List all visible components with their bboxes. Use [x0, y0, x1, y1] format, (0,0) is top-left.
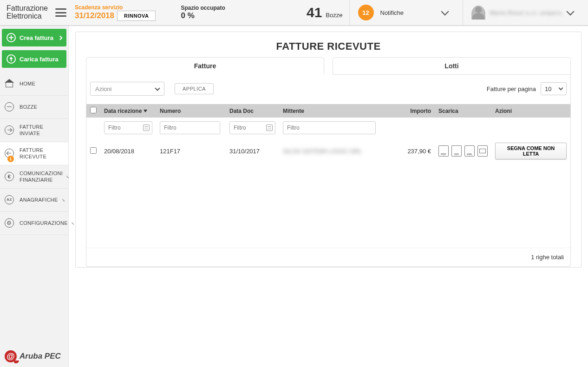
space-used: Spazio occupato 0 % [181, 5, 225, 21]
create-invoice-button[interactable]: Crea fattura [2, 29, 66, 46]
user-menu[interactable]: Mario Rossi s.r.l. unipers. [463, 0, 582, 25]
nav-label: ANAGRAFICHE [20, 197, 58, 203]
notification-badge: 12 [358, 5, 374, 20]
page-title: FATTURE RICEVUTE [76, 32, 581, 57]
logo-line2: Elettronica [7, 13, 48, 20]
brand-footer: @ Aruba PEC [0, 346, 68, 367]
filter-numero[interactable] [160, 121, 220, 134]
download-pdf-icon[interactable] [438, 145, 449, 157]
per-page-label: Fatture per pagina [487, 85, 536, 92]
nav-comunicazioni[interactable]: COMUNICAZIONI FINANZIARIE [0, 165, 68, 189]
logo-line1: Fatturazione [7, 5, 48, 13]
user-name: Mario Rossi s.r.l. unipers. [490, 9, 563, 16]
chevron-down-icon [567, 8, 575, 16]
cell-data-doc: 31/10/2017 [226, 138, 279, 164]
download-icons [438, 145, 488, 157]
mark-unread-button[interactable]: SEGNA COME NON LETTA [495, 143, 567, 159]
tabs: Fatture Lotti [76, 57, 581, 75]
table-row: 20/08/2018 121F17 31/10/2017 SILOS SISTE… [86, 138, 570, 164]
chevron-down-icon [441, 8, 449, 16]
apply-button[interactable]: APPLICA [175, 83, 214, 94]
nav-fatture-ricevute[interactable]: FATTURE RICEVUTE 1 [0, 142, 68, 165]
contacts-icon [5, 195, 14, 204]
main-content: FATTURE RICEVUTE Fatture Lotti Azioni AP… [69, 26, 588, 367]
col-numero[interactable]: Numero [156, 104, 226, 118]
nav-label: BOZZE [20, 104, 37, 110]
menu-toggle-icon[interactable] [55, 8, 66, 17]
actions-placeholder: Azioni [95, 85, 111, 92]
space-used-value: 0 % [181, 11, 225, 20]
total-rows-label: 1 righe totali [86, 248, 570, 266]
col-mittente[interactable]: Mittente [279, 104, 384, 118]
sidebar: Crea fattura Carica fattura HOME BOZZE F… [0, 26, 69, 367]
download-xml-icon[interactable] [464, 145, 475, 157]
service-expiry-label: Scadenza servizio [75, 4, 156, 11]
sent-icon [5, 125, 14, 135]
space-used-label: Spazio occupato [181, 5, 225, 11]
app-logo: Fatturazione Elettronica [7, 5, 48, 20]
invoices-table: Data ricezione Numero Data Doc Mittente … [86, 104, 570, 266]
col-scarica: Scarica [435, 104, 491, 118]
drafts-counter[interactable]: 41 Bozze [307, 5, 343, 20]
gear-icon [5, 218, 14, 228]
nav-label: COMUNICAZIONI FINANZIARIE [20, 170, 63, 183]
per-page-select[interactable]: 10 [541, 82, 567, 95]
panel: FATTURE RICEVUTE Fatture Lotti Azioni AP… [75, 32, 581, 268]
aruba-logo-icon: @ [5, 350, 17, 362]
cell-mittente: SILOS SISTEMI LOGICI SRL [283, 148, 362, 155]
create-invoice-label: Crea fattura [20, 34, 53, 41]
row-checkbox[interactable] [90, 147, 97, 154]
renew-button[interactable]: RINNOVA [117, 11, 156, 21]
chevron-down-icon [155, 85, 160, 91]
calendar-icon[interactable] [266, 125, 273, 131]
service-expiry-date: 31/12/2018 [75, 11, 114, 20]
cell-numero: 121F17 [156, 138, 226, 164]
tab-lotti[interactable]: Lotti [333, 57, 571, 75]
nav-label: FATTURE RICEVUTE [20, 147, 64, 159]
download-envelope-icon[interactable] [477, 145, 488, 157]
euro-icon [5, 172, 14, 181]
drafts-icon [5, 102, 14, 111]
upload-invoice-button[interactable]: Carica fattura [2, 50, 66, 68]
filter-mittente[interactable] [283, 121, 376, 134]
upload-circle-icon [7, 54, 16, 64]
header: Fatturazione Elettronica Scadenza serviz… [0, 0, 588, 26]
nav-configurazione[interactable]: CONFIGURAZIONE [0, 212, 68, 235]
per-page-value: 10 [545, 85, 551, 92]
chevron-right-icon [58, 35, 63, 40]
nav-label: CONFIGURAZIONE [20, 220, 68, 226]
nav-bozze[interactable]: BOZZE [0, 96, 68, 119]
per-page-control: Fatture per pagina 10 [487, 82, 567, 95]
avatar-icon [471, 6, 485, 20]
download-sdi-icon[interactable] [451, 145, 462, 157]
tab-fatture[interactable]: Fatture [86, 57, 324, 75]
calendar-icon[interactable] [143, 125, 150, 131]
notifications-dropdown[interactable]: 12 Notifiche [349, 0, 456, 25]
col-importo[interactable]: Importo [384, 104, 435, 118]
toolbar: Azioni APPLICA Fatture per pagina 10 [86, 82, 570, 104]
actions-select[interactable]: Azioni [90, 82, 164, 96]
sort-desc-icon [144, 110, 147, 112]
select-all-checkbox[interactable] [90, 107, 97, 113]
filter-row [86, 118, 570, 138]
nav-label: FATTURE INVIATE [20, 124, 64, 136]
drafts-label: Bozze [326, 12, 342, 19]
nav-home[interactable]: HOME [0, 72, 68, 96]
col-azioni: Azioni [491, 104, 570, 118]
nav-fatture-inviate[interactable]: FATTURE INVIATE [0, 119, 68, 142]
notifications-label: Notifiche [380, 9, 404, 16]
chevron-down-icon [559, 86, 563, 91]
cell-data-ricezione: 20/08/2018 [100, 138, 156, 164]
nav-badge: 1 [7, 156, 14, 162]
service-expiry: Scadenza servizio 31/12/2018 RINNOVA [75, 4, 156, 21]
table-footer: 1 righe totali [86, 248, 570, 266]
plus-circle-icon [7, 33, 16, 42]
nav-anagrafiche[interactable]: ANAGRAFICHE [0, 189, 68, 212]
nav-menu: HOME BOZZE FATTURE INVIATE FATTURE RICEV… [0, 72, 68, 235]
col-data-ricezione[interactable]: Data ricezione [100, 104, 156, 118]
tab-content: Azioni APPLICA Fatture per pagina 10 [86, 74, 571, 267]
col-data-doc[interactable]: Data Doc [226, 104, 279, 118]
brand-name: Aruba PEC [20, 352, 61, 361]
nav-label: HOME [20, 81, 35, 87]
table-header-row: Data ricezione Numero Data Doc Mittente … [86, 104, 570, 118]
